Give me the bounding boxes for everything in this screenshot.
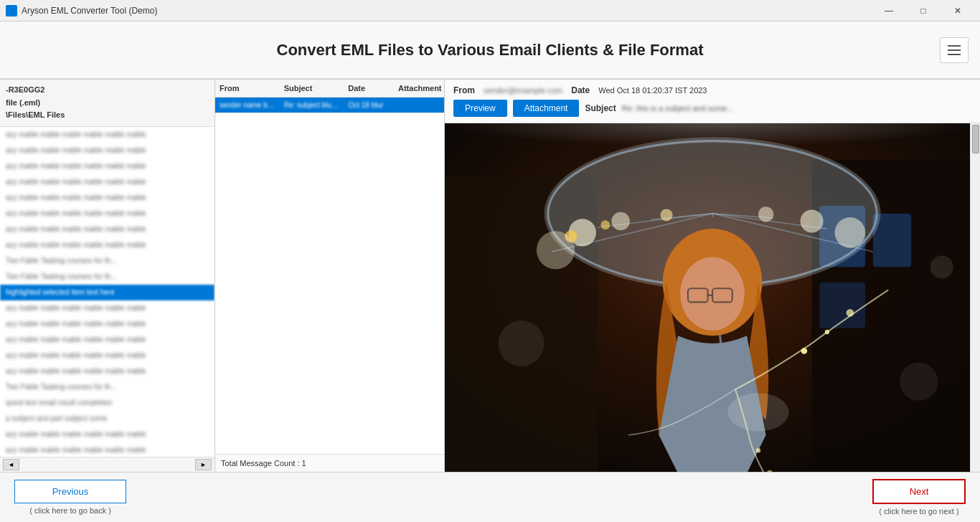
- preview-header: From sender@example.com Date Wed Oct 18 …: [445, 80, 980, 123]
- bottom-right: Next ( click here to go next ): [872, 479, 966, 516]
- col-header-from: From: [215, 82, 280, 94]
- svg-point-38: [930, 255, 953, 278]
- svg-point-23: [537, 231, 575, 269]
- title-bar-text: Aryson EML Converter Tool (Demo): [22, 6, 872, 16]
- list-item-selected[interactable]: highlighted selected item text here: [0, 285, 215, 300]
- maximize-button[interactable]: □: [907, 0, 940, 22]
- svg-point-34: [756, 448, 760, 452]
- window-controls: — □ ✕: [872, 0, 974, 22]
- preview-button[interactable]: Preview: [453, 100, 507, 117]
- list-item[interactable]: quest text email result completion: [0, 395, 215, 411]
- subject-label: Subject: [585, 103, 616, 113]
- right-panel: From sender@example.com Date Wed Oct 18 …: [445, 80, 980, 472]
- svg-point-20: [835, 217, 866, 248]
- svg-point-36: [499, 321, 545, 366]
- list-item[interactable]: azy mable mable mable mable mable mable: [0, 316, 215, 332]
- bottom-bar: Previous ( click here to go back ) Next …: [0, 472, 980, 522]
- email-from: sender name blurred: [215, 100, 280, 110]
- scroll-hint-bar: ◄ ►: [0, 457, 215, 472]
- main-content: -R3E0GG2 file (.eml) \Files\EML Files az…: [0, 79, 980, 472]
- next-button[interactable]: Next: [872, 479, 966, 504]
- list-item[interactable]: Two Fable Tasking courses for th...: [0, 379, 215, 395]
- list-item[interactable]: azy mable mable mable mable mable mable: [0, 143, 215, 158]
- svg-point-37: [900, 363, 938, 401]
- previous-hint: ( click here to go back ): [29, 506, 111, 515]
- svg-point-16: [611, 212, 630, 231]
- file-info: -R3E0GG2 file (.eml) \Files\EML Files: [0, 80, 215, 127]
- list-item[interactable]: azy mable mable mable mable mable mable: [0, 158, 215, 174]
- list-item[interactable]: azy mable mable mable mable mable mable: [0, 364, 215, 379]
- attachment-button[interactable]: Attachment: [513, 100, 580, 117]
- list-item[interactable]: azy mable mable mable mable mable mable: [0, 427, 215, 442]
- svg-point-32: [825, 330, 829, 334]
- list-item[interactable]: azy mable mable mable mable mable mable: [0, 237, 215, 253]
- file-list-scroll[interactable]: azy mable mable mable mable mable mable …: [0, 127, 215, 457]
- left-panel: -R3E0GG2 file (.eml) \Files\EML Files az…: [0, 80, 215, 472]
- svg-point-17: [661, 209, 673, 221]
- date-value: Wed Oct 18 01:20:37 IST 2023: [598, 86, 707, 95]
- next-hint: ( click here to go next ): [879, 507, 958, 516]
- col-header-attachment: Attachment: [394, 82, 444, 94]
- list-item[interactable]: azy mable mable mable mable mable mable: [0, 206, 215, 222]
- close-button[interactable]: ✕: [941, 0, 974, 22]
- from-value: sender@example.com: [484, 86, 562, 95]
- file-id: -R3E0GG2: [6, 84, 209, 97]
- list-item[interactable]: azy mable mable mable mable mable mable: [0, 332, 215, 348]
- page-title: Convert EML Files to Various Email Clien…: [277, 41, 704, 60]
- svg-point-31: [801, 348, 808, 354]
- email-attachment: [394, 100, 444, 110]
- message-count: Total Message Count : 1: [215, 454, 444, 472]
- preview-image: [445, 123, 980, 472]
- hamburger-icon: [948, 45, 961, 55]
- middle-panel: From Subject Date Attachment sender name…: [215, 80, 445, 472]
- email-row[interactable]: sender name blurred Re: subject blurred …: [215, 98, 444, 113]
- svg-rect-39: [445, 123, 980, 160]
- svg-point-33: [847, 309, 854, 317]
- file-path: \Files\EML Files: [6, 109, 209, 122]
- svg-point-22: [600, 220, 610, 229]
- svg-point-18: [758, 207, 773, 222]
- scroll-right-arrow[interactable]: ►: [195, 459, 212, 470]
- scroll-thumb[interactable]: [972, 125, 979, 153]
- list-item[interactable]: a subject and part subject some: [0, 411, 215, 427]
- list-item[interactable]: azy mable mable mable mable mable mable: [0, 348, 215, 364]
- email-list-body[interactable]: sender name blurred Re: subject blurred …: [215, 98, 444, 454]
- app-header: Convert EML Files to Various Email Clien…: [0, 22, 980, 79]
- list-item[interactable]: azy mable mable mable mable mable mable: [0, 222, 215, 237]
- svg-point-19: [801, 209, 824, 232]
- menu-button[interactable]: [940, 37, 969, 63]
- previous-button[interactable]: Previous: [14, 480, 126, 503]
- list-item[interactable]: azy mable mable mable mable mable mable: [0, 127, 215, 143]
- preview-meta-row: From sender@example.com Date Wed Oct 18 …: [453, 85, 971, 95]
- svg-point-30: [727, 393, 788, 431]
- preview-actions: Preview Attachment Subject Re: this is a…: [453, 100, 971, 117]
- app-icon: [6, 5, 17, 16]
- list-item[interactable]: Two Fable Tasking courses for th...: [0, 253, 215, 269]
- preview-scrollbar[interactable]: [970, 123, 980, 472]
- col-header-subject: Subject: [280, 82, 344, 94]
- list-item[interactable]: Two Fable Tasking courses for th...: [0, 269, 215, 285]
- email-subject: Re: subject blurred: [280, 100, 344, 110]
- col-header-date: Date: [344, 82, 394, 94]
- preview-body: [445, 123, 980, 472]
- title-bar: Aryson EML Converter Tool (Demo) — □ ✕: [0, 0, 980, 22]
- subject-value: Re: this is a subject and some...: [622, 104, 734, 113]
- bottom-left: Previous ( click here to go back ): [14, 480, 126, 515]
- from-label: From: [453, 85, 475, 95]
- scroll-left-arrow[interactable]: ◄: [3, 459, 19, 470]
- list-item[interactable]: azy mable mable mable mable mable mable: [0, 190, 215, 206]
- minimize-button[interactable]: —: [872, 0, 905, 22]
- email-date: Oct 18 blur: [344, 100, 394, 110]
- list-item[interactable]: azy mable mable mable mable mable mable: [0, 174, 215, 190]
- list-item[interactable]: azy mable mable mable mable mable mable: [0, 300, 215, 316]
- email-list-header: From Subject Date Attachment: [215, 80, 444, 98]
- file-type: file (.eml): [6, 97, 209, 110]
- list-item[interactable]: azy mable mable mable mable mable mable: [0, 442, 215, 457]
- date-label: Date: [571, 85, 590, 95]
